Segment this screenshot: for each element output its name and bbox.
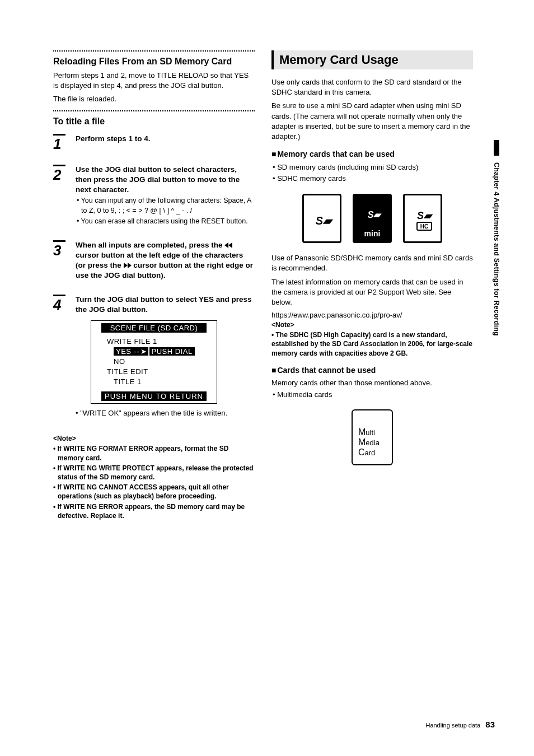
step-3-lead: When all inputs are completed, press the… (76, 240, 255, 281)
step-number: 3 (53, 243, 76, 258)
step-2-bullet-1: • You can input any of the following cha… (76, 196, 255, 216)
dotted-rule (53, 110, 255, 111)
sdhc-card-icon: S▰ HC (403, 194, 442, 243)
svg-text:S▰: S▰ (417, 210, 433, 221)
multimedia-card-icon: Multi Media Card (352, 409, 393, 465)
menu-row-title1: TITLE 1 (114, 377, 217, 386)
card-illustrations: S▰ S▰ mini S▰ HC (271, 194, 473, 243)
heading-cards-used: Memory cards that can be used (271, 150, 473, 158)
step-1: 1 Perform steps 1 to 4. (53, 134, 255, 151)
mmc-text: Multi Media Card (358, 427, 380, 458)
bullet-sd: • SD memory cards (including mini SD car… (271, 162, 473, 173)
section-title-box: Memory Card Usage (271, 50, 473, 69)
after-menu-note: • "WRITE OK" appears when the title is w… (53, 408, 255, 418)
heading-cards-not-used: Cards that cannot be used (271, 366, 473, 375)
step-number: 2 (53, 167, 76, 182)
svg-text:S▰: S▰ (316, 214, 334, 227)
step-number: 1 (53, 137, 76, 151)
mmc-l1-rest: ulti (366, 428, 375, 437)
step-4: 4 Turn the JOG dial button to select YES… (53, 295, 255, 315)
heading-to-title: To title a file (53, 116, 255, 127)
right-column: Memory Card Usage Use only cards that co… (271, 50, 473, 520)
right-p5: Memory cards other than those mentioned … (271, 378, 473, 388)
sd-card-icon: S▰ (302, 194, 341, 243)
footer-label: Handling setup data (425, 722, 480, 729)
page-footer: Handling setup data 83 (425, 720, 495, 729)
note-3: • If WRITE NG CANNOT ACCESS appears, qui… (53, 483, 255, 501)
menu-push-dial: PUSH DIAL (149, 347, 195, 356)
note-heading: <Note> (53, 434, 255, 443)
step-number: 4 (53, 297, 76, 312)
right-p2: Be sure to use a mini SD card adapter wh… (271, 101, 473, 142)
menu-row-yes: YES - - ➤PUSH DIAL (114, 347, 195, 356)
note-4: • If WRITE NG ERROR appears, the SD memo… (53, 502, 255, 520)
page-number: 83 (485, 720, 495, 729)
menu-yes: YES (116, 347, 132, 356)
left-notes: <Note> • If WRITE NG FORMAT ERROR appear… (53, 434, 255, 520)
mmc-l2-rest: edia (366, 438, 380, 447)
chapter-side-tab: Chapter 4 Adjustments and Settings for R… (488, 140, 499, 367)
section-title: Memory Card Usage (279, 53, 467, 67)
step-2-lead: Use the JOG dial button to select charac… (76, 165, 255, 195)
step-3-text-a: When all inputs are completed, press the (76, 241, 224, 249)
right-note-1: • The SDHC (SD High Capacity) card is a … (271, 330, 473, 358)
svg-text:S▰: S▰ (368, 210, 382, 220)
svg-marker-0 (224, 242, 228, 248)
svg-text:HC: HC (420, 223, 428, 230)
menu-arrow: - - ➤ (134, 347, 146, 356)
heading-reloading: Reloading Files From an SD Memory Card (53, 56, 255, 67)
note-2: • If WRITE NG WRITE PROTECT appears, rel… (53, 464, 255, 482)
right-p4: The latest information on memory cards t… (271, 277, 473, 308)
step-2-bullet-2: • You can erase all characters using the… (76, 217, 255, 227)
mini-sd-card-icon: S▰ mini (353, 194, 392, 243)
menu-bottom: PUSH MENU TO RETURN (101, 391, 207, 401)
menu-row-title-edit: TITLE EDIT (107, 367, 217, 376)
mini-label: mini (364, 229, 381, 238)
left-column: Reloading Files From an SD Memory Card P… (53, 50, 255, 520)
right-note-head: <Note> (271, 320, 473, 329)
rewind-icon (224, 242, 232, 248)
para-reload-2: The file is reloaded. (53, 94, 255, 104)
menu-row-no: NO (114, 357, 217, 366)
svg-marker-1 (228, 242, 232, 248)
bullet-mmc: • Multimedia cards (271, 389, 473, 400)
menu-title: SCENE FILE (SD CARD) (101, 323, 207, 333)
para-reload-1: Perform steps 1 and 2, move to TITLE REL… (53, 71, 255, 91)
step-1-text: Perform steps 1 to 4. (76, 134, 255, 144)
support-url: https://eww.pavc.panasonic.co.jp/pro-av/ (271, 311, 473, 319)
tab-label: Chapter 4 Adjustments and Settings for R… (493, 162, 500, 336)
fast-forward-icon (124, 263, 132, 268)
right-p3: Use of Panasonic SD/SDHC memory cards an… (271, 253, 473, 273)
step-3: 3 When all inputs are completed, press t… (53, 240, 255, 281)
right-p1: Use only cards that conform to the SD ca… (271, 77, 473, 97)
tab-marker (494, 140, 499, 156)
mmc-l3-rest: ard (365, 449, 376, 457)
svg-marker-3 (128, 263, 132, 268)
note-1: • If WRITE NG FORMAT ERROR appears, form… (53, 444, 255, 462)
svg-marker-2 (124, 263, 128, 268)
dotted-rule (53, 50, 255, 52)
step-2: 2 Use the JOG dial button to select char… (53, 165, 255, 227)
menu-row-write: WRITE FILE 1 (107, 337, 217, 346)
bullet-sdhc: • SDHC memory cards (271, 173, 473, 184)
step-4-lead: Turn the JOG dial button to select YES a… (76, 295, 255, 315)
osd-menu-screenshot: SCENE FILE (SD CARD) WRITE FILE 1 YES - … (91, 320, 217, 404)
